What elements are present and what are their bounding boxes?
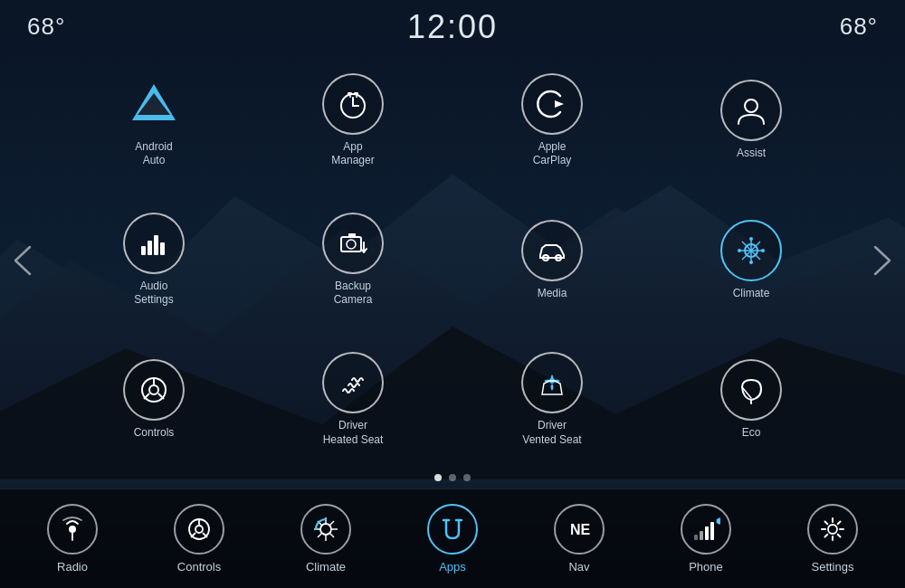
controls-label: Controls — [134, 426, 175, 441]
svg-rect-65 — [710, 522, 714, 540]
nav-radio[interactable]: Radio — [18, 504, 127, 574]
svg-point-32 — [749, 237, 753, 241]
nav-navigation[interactable]: NE Nav — [525, 504, 634, 574]
controls-nav-label: Controls — [177, 560, 221, 574]
climate-nav-label: Climate — [306, 560, 346, 574]
backup-camera-icon — [322, 213, 384, 274]
app-audio-settings[interactable]: AudioSettings — [54, 194, 253, 326]
apple-carplay-icon — [521, 73, 583, 135]
temp-left: 68° — [27, 13, 65, 41]
svg-text:NE: NE — [570, 522, 591, 537]
vented-seat-label: DriverVented Seat — [522, 419, 581, 447]
climate-nav-icon — [300, 504, 351, 555]
controls-icon — [123, 359, 185, 421]
climate-icon — [720, 220, 782, 281]
svg-line-58 — [318, 533, 322, 537]
page-dot-1[interactable] — [434, 474, 442, 481]
svg-rect-17 — [148, 241, 152, 255]
svg-point-21 — [347, 240, 356, 249]
nav-nav-icon: NE — [554, 504, 605, 555]
android-auto-label: AndroidAuto — [135, 140, 172, 168]
clock: 12:00 — [407, 8, 498, 46]
audio-settings-label: AudioSettings — [134, 280, 173, 308]
radio-nav-label: Radio — [57, 560, 88, 574]
next-arrow[interactable] — [860, 54, 905, 466]
svg-line-56 — [329, 533, 334, 537]
apps-grid: AndroidAuto A — [45, 54, 860, 466]
media-label: Media — [538, 287, 567, 301]
app-android-auto[interactable]: AndroidAuto — [54, 54, 253, 186]
app-controls[interactable]: Controls — [54, 334, 253, 466]
svg-point-43 — [69, 526, 76, 533]
bottom-nav: Radio Controls — [0, 488, 905, 588]
app-media[interactable]: Media — [452, 194, 652, 326]
svg-rect-11 — [354, 92, 358, 95]
audio-settings-icon — [123, 213, 185, 274]
svg-rect-10 — [348, 92, 352, 95]
app-manager-icon — [322, 73, 384, 135]
climate-label: Climate — [733, 287, 770, 301]
svg-rect-63 — [700, 531, 703, 540]
assist-icon — [720, 80, 782, 141]
phone-nav-icon: ⬢ — [681, 504, 731, 555]
svg-text:⬢: ⬢ — [716, 517, 720, 526]
eco-icon — [720, 359, 782, 421]
phone-nav-label: Phone — [689, 560, 723, 574]
svg-point-37 — [149, 385, 158, 394]
eco-label: Eco — [742, 426, 761, 441]
svg-rect-19 — [160, 242, 165, 255]
app-apple-carplay[interactable]: AppleCarPlay — [452, 54, 652, 186]
app-backup-camera[interactable]: BackupCamera — [253, 194, 452, 326]
svg-marker-14 — [555, 100, 564, 108]
header: 68° 12:00 68° — [0, 0, 905, 50]
controls-nav-icon — [174, 504, 224, 555]
settings-nav-icon — [807, 504, 858, 555]
app-driver-heated-seat[interactable]: DriverHeated Seat — [253, 334, 452, 466]
svg-rect-16 — [141, 246, 146, 255]
prev-arrow[interactable] — [0, 54, 45, 466]
svg-rect-64 — [705, 526, 709, 540]
settings-nav-label: Settings — [812, 560, 854, 574]
main-area: AndroidAuto A — [0, 50, 905, 470]
svg-point-34 — [738, 249, 741, 252]
backup-camera-label: BackupCamera — [334, 280, 373, 308]
apps-nav-label: Apps — [439, 560, 466, 574]
svg-rect-22 — [348, 233, 356, 238]
apple-carplay-label: AppleCarPlay — [533, 140, 572, 168]
temp-right: 68° — [840, 13, 878, 41]
app-driver-vented-seat[interactable]: DriverVented Seat — [452, 334, 652, 466]
nav-nav-label: Nav — [568, 560, 589, 574]
heated-seat-label: DriverHeated Seat — [323, 419, 384, 447]
svg-rect-18 — [154, 235, 158, 255]
svg-point-46 — [195, 526, 203, 533]
app-assist[interactable]: Assist — [652, 54, 851, 186]
app-eco[interactable]: Eco — [652, 334, 851, 466]
svg-point-67 — [828, 525, 837, 534]
android-auto-icon — [123, 73, 185, 135]
nav-apps[interactable]: Apps — [398, 504, 507, 574]
svg-point-33 — [749, 261, 753, 264]
svg-point-15 — [745, 100, 757, 112]
app-manager-label: AppManager — [331, 140, 374, 168]
page-dot-3[interactable] — [463, 474, 471, 481]
page-dot-2[interactable] — [449, 474, 456, 481]
radio-nav-icon — [47, 504, 98, 555]
apps-nav-icon — [427, 504, 478, 555]
nav-controls[interactable]: Controls — [145, 504, 253, 574]
nav-phone[interactable]: ⬢ Phone — [652, 504, 760, 574]
vented-seat-icon — [521, 352, 583, 413]
nav-settings[interactable]: Settings — [778, 504, 887, 574]
app-app-manager[interactable]: AppManager — [253, 54, 452, 186]
heated-seat-icon — [322, 352, 384, 413]
svg-point-35 — [761, 249, 765, 252]
media-icon — [521, 220, 583, 281]
app-climate[interactable]: Climate — [652, 194, 851, 326]
svg-rect-62 — [694, 535, 698, 540]
nav-climate[interactable]: Climate — [272, 504, 380, 574]
page-dots — [0, 470, 905, 488]
assist-label: Assist — [737, 147, 766, 161]
svg-line-57 — [329, 521, 334, 526]
